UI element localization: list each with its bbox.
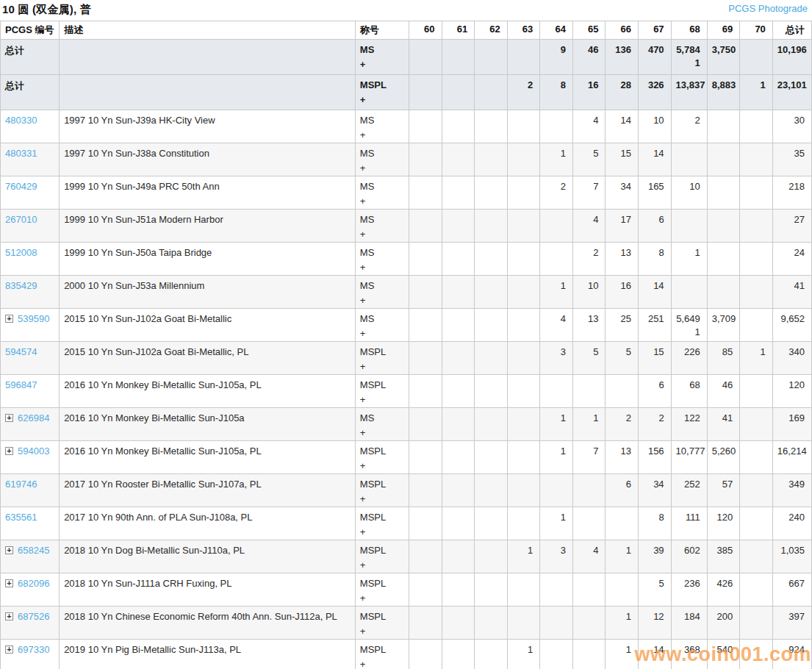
pcgs-number-link[interactable]: 480330 xyxy=(5,115,37,126)
grade-64-count: 3 xyxy=(540,342,573,375)
expand-icon[interactable]: + xyxy=(5,612,13,620)
col-total: 总计 xyxy=(772,21,811,40)
designation-plus: + xyxy=(360,94,402,106)
grade-62-count xyxy=(475,243,508,276)
pcgs-number-link[interactable]: 596847 xyxy=(5,379,37,390)
grade-60-count xyxy=(409,540,442,573)
table-header-row: PCGS 编号 描述 称号 60 61 62 63 64 65 66 67 68… xyxy=(1,21,812,40)
pcgs-number-cell: 760429 xyxy=(1,176,60,210)
total-count: 924 xyxy=(772,640,811,669)
grade-67-count: 10 xyxy=(639,110,672,143)
pcgs-number-link[interactable]: 760429 xyxy=(5,181,37,192)
grade-68-count: 10,777 xyxy=(671,441,707,474)
pcgs-number-link[interactable]: 687526 xyxy=(18,611,49,622)
grade-69-count: 3,750 xyxy=(707,40,740,75)
pcgs-number-link[interactable]: 594003 xyxy=(18,446,49,457)
grade-68-count: 236 xyxy=(671,573,707,607)
pcgs-photograde-link[interactable]: PCGS Photograde xyxy=(728,3,809,14)
grade-61-count xyxy=(442,540,475,573)
col-pcgs-number: PCGS 编号 xyxy=(1,21,60,40)
grade-63-count xyxy=(507,342,540,375)
grade-66-count: 5 xyxy=(606,342,639,375)
designation-plus: + xyxy=(360,328,402,340)
population-report-page: 10 圆 (双金属), 普 PCGS Photograde PCGS 编号 描述… xyxy=(0,0,812,669)
grade-68-count: 5,7841 xyxy=(671,40,707,75)
grade-69-count xyxy=(707,110,740,143)
grade-61-count xyxy=(442,573,475,607)
grade-68-count: 252 xyxy=(671,474,707,507)
pcgs-number-link[interactable]: 658245 xyxy=(18,545,49,556)
total-count: 667 xyxy=(772,573,811,607)
grade-68-count: 368 xyxy=(671,640,707,669)
grade-67-count: 251 xyxy=(639,309,672,342)
pcgs-number-link[interactable]: 682096 xyxy=(18,578,49,589)
grade-61-count xyxy=(442,210,475,243)
grade-60-count xyxy=(409,243,442,276)
pcgs-number-link[interactable]: 626984 xyxy=(18,412,49,423)
table-row: +539590 2015 10 Yn Sun-J102a Goat Bi-Met… xyxy=(1,309,812,342)
expand-icon[interactable]: + xyxy=(5,315,13,323)
grade-64-count xyxy=(540,210,573,243)
grade-70-count xyxy=(740,110,773,143)
pcgs-number-link[interactable]: 697330 xyxy=(18,644,49,655)
grade-62-count xyxy=(475,507,508,540)
grade-63-count xyxy=(507,507,540,540)
pcgs-number-link[interactable]: 539590 xyxy=(18,313,49,324)
grade-66-count: 13 xyxy=(606,243,639,276)
expand-icon[interactable]: + xyxy=(5,546,13,554)
expand-icon[interactable]: + xyxy=(5,447,13,455)
pcgs-number-cell: 267010 xyxy=(1,210,60,243)
pcgs-number-link[interactable]: 635561 xyxy=(5,512,37,523)
designation-label: MSPL xyxy=(360,79,402,91)
pcgs-number-link[interactable]: 619746 xyxy=(5,479,37,490)
pcgs-number-link[interactable]: 835429 xyxy=(5,280,37,291)
total-count: 23,101 xyxy=(772,75,811,110)
grade-65-count: 13 xyxy=(572,309,606,342)
table-row: 267010 1999 10 Yn Sun-J51a Modern Harbor… xyxy=(1,210,812,243)
designation-label: MS xyxy=(360,115,402,126)
grade-67-count: 39 xyxy=(639,540,672,573)
total-count: 218 xyxy=(772,176,811,210)
designation-cell: MS + xyxy=(355,408,409,441)
grade-65-count: 5 xyxy=(572,143,606,176)
grade-64-count: 1 xyxy=(540,441,573,474)
grade-66-count: 13 xyxy=(606,441,639,474)
designation-cell: MS + xyxy=(355,309,409,342)
designation-plus: + xyxy=(360,196,402,207)
pcgs-number-cell: +626984 xyxy=(1,408,60,441)
total-count: 340 xyxy=(772,342,811,375)
grade-69-count: 426 xyxy=(707,573,740,607)
pcgs-number-cell: 480330 xyxy=(1,110,60,143)
coin-description: 2017 10 Yn Rooster Bi-Metallic Sun-J107a… xyxy=(60,474,356,507)
total-count: 41 xyxy=(772,276,811,309)
grade-70-count: 1 xyxy=(740,75,773,110)
expand-icon[interactable]: + xyxy=(5,645,13,654)
grade-66-count xyxy=(606,375,639,408)
designation-label: MSPL xyxy=(360,379,402,391)
grade-63-count xyxy=(507,375,540,408)
grade-65-count xyxy=(572,640,606,669)
pcgs-number-link[interactable]: 594574 xyxy=(5,346,37,357)
grade-68-count: 10 xyxy=(671,176,707,210)
expand-icon[interactable]: + xyxy=(5,414,13,422)
total-count: 10,196 xyxy=(772,40,811,75)
topbar: 10 圆 (双金属), 普 PCGS Photograde xyxy=(0,0,812,21)
grade-69-count xyxy=(707,143,740,176)
pcgs-number-link[interactable]: 512008 xyxy=(5,247,37,258)
grade-65-count xyxy=(572,375,606,408)
pcgs-number-link[interactable]: 267010 xyxy=(5,214,37,225)
grade-60-count xyxy=(409,276,442,309)
grade-63-count xyxy=(507,408,540,441)
designation-cell: MSPL + xyxy=(355,540,409,573)
grade-70-count xyxy=(740,507,773,540)
grade-63-count xyxy=(507,474,540,507)
total-count: 120 xyxy=(772,375,811,408)
grade-64-count xyxy=(540,474,573,507)
expand-icon[interactable]: + xyxy=(5,579,13,587)
grade-69-count xyxy=(707,210,740,243)
pcgs-number-link[interactable]: 480331 xyxy=(5,148,37,159)
grade-62-count xyxy=(475,75,508,110)
grade-65-count xyxy=(572,474,606,507)
grade-70-count xyxy=(740,540,773,573)
page-title: 10 圆 (双金属), 普 xyxy=(2,3,91,17)
